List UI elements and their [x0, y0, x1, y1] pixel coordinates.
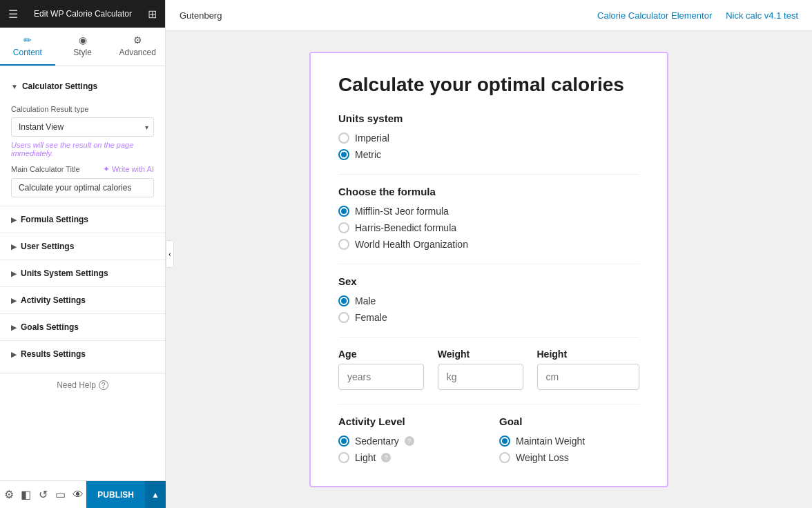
radio-imperial-label: Imperial [355, 133, 389, 144]
radio-mifflin[interactable]: Mifflin-St Jeor formula [338, 206, 639, 217]
goal-col: Goal Maintain Weight Weight Loss [499, 416, 639, 477]
tab-content[interactable]: ✏ Content [0, 28, 55, 66]
goals-settings-header[interactable]: ▶ Goals Settings [0, 314, 165, 340]
weight-label: Weight [438, 349, 523, 360]
calculator-title-input[interactable] [11, 178, 154, 197]
user-settings-label: User Settings [21, 242, 74, 251]
radio-weight-loss-label: Weight Loss [516, 452, 569, 463]
sex-section-title: Sex [338, 275, 639, 287]
radio-metric-label: Metric [355, 149, 381, 160]
formula-section-title: Choose the formula [338, 186, 639, 197]
units-radio-group: Imperial Metric [338, 133, 639, 160]
height-field-group: Height [537, 349, 640, 390]
publish-button[interactable]: PUBLISH [86, 481, 145, 509]
fields-row: Age Weight Height [338, 349, 639, 390]
publish-dropdown-button[interactable]: ▲ [145, 481, 166, 509]
topbar: Gutenberg Calorie Calculator Elementor N… [166, 0, 812, 31]
formula-settings-header[interactable]: ▶ Formula Settings [0, 206, 165, 233]
hamburger-icon[interactable]: ☰ [8, 8, 18, 21]
radio-who-circle [338, 239, 349, 250]
activity-goal-row: Activity Level Sedentary ? Light ? [338, 416, 639, 477]
user-settings-section: ▶ User Settings [0, 233, 165, 260]
radio-light-label: Light [355, 452, 376, 463]
calorie-calculator-link[interactable]: Calorie Calculator Elementor [597, 10, 712, 21]
gear-icon: ⚙ [133, 35, 142, 46]
bottom-toolbar: ⚙ ◧ ↺ ▭ 👁 PUBLISH ▲ [0, 480, 166, 508]
nick-calc-link[interactable]: Nick calc v4.1 test [726, 10, 798, 21]
radio-male[interactable]: Male [338, 295, 639, 306]
radio-mifflin-circle [338, 206, 349, 217]
radio-harris-circle [338, 222, 349, 233]
preview-icon[interactable]: 👁 [69, 481, 86, 509]
goal-section-title: Goal [499, 416, 639, 427]
calculator-settings-header[interactable]: ▼ Calculator Settings [0, 75, 165, 98]
radio-sedentary[interactable]: Sedentary ? [338, 436, 478, 447]
formula-settings-label: Formula Settings [21, 215, 88, 224]
arrow-down-icon: ▼ [11, 83, 18, 90]
height-input[interactable] [537, 364, 640, 390]
main-content: Gutenberg Calorie Calculator Elementor N… [166, 0, 812, 508]
result-type-label: Calculation Result type [11, 105, 154, 113]
breadcrumb: Gutenberg [180, 10, 222, 21]
weight-input[interactable] [438, 364, 523, 390]
settings-icon[interactable]: ⚙ [0, 481, 17, 509]
age-field-group: Age [338, 349, 424, 390]
tab-style[interactable]: ◉ Style [55, 28, 110, 66]
chevron-left-icon: ‹ [168, 251, 171, 258]
chevron-up-icon: ▲ [151, 490, 160, 500]
history-icon[interactable]: ↺ [35, 481, 52, 509]
radio-who-label: World Health Organization [355, 239, 468, 250]
activity-settings-header[interactable]: ▶ Activity Settings [0, 287, 165, 313]
goal-radio-group: Maintain Weight Weight Loss [499, 436, 639, 463]
light-help-icon[interactable]: ? [381, 453, 391, 462]
arrow-right-icon: ▶ [11, 297, 17, 304]
calculator-settings-label: Calculator Settings [22, 81, 97, 91]
main-title-row: Main Calculator Title ✦ Write with AI [11, 164, 154, 174]
radio-light[interactable]: Light ? [338, 452, 478, 463]
radio-harris-label: Harris-Benedict formula [355, 222, 456, 233]
topbar-links: Calorie Calculator Elementor Nick calc v… [597, 10, 798, 21]
radio-female[interactable]: Female [338, 312, 639, 323]
sidebar-header: ☰ Edit WP Calorie Calculator ⊞ [0, 0, 165, 28]
results-settings-header[interactable]: ▶ Results Settings [0, 341, 165, 367]
arrow-right-icon: ▶ [11, 243, 17, 251]
result-type-select[interactable]: Instant View [11, 117, 154, 137]
layers-icon[interactable]: ◧ [17, 481, 35, 509]
write-ai-button[interactable]: ✦ Write with AI [103, 164, 154, 174]
tab-advanced[interactable]: ⚙ Advanced [110, 28, 165, 66]
need-help-link[interactable]: Need Help ? [0, 373, 165, 397]
radio-who[interactable]: World Health Organization [338, 239, 639, 250]
formula-settings-section: ▶ Formula Settings [0, 206, 165, 233]
responsive-icon[interactable]: ▭ [52, 481, 69, 509]
user-settings-header[interactable]: ▶ User Settings [0, 233, 165, 260]
radio-maintain-label: Maintain Weight [516, 436, 585, 447]
grid-icon[interactable]: ⊞ [148, 8, 157, 21]
radio-sedentary-label: Sedentary [355, 436, 399, 447]
arrow-right-icon: ▶ [11, 216, 17, 224]
units-settings-header[interactable]: ▶ Units System Settings [0, 260, 165, 286]
radio-imperial-circle [338, 133, 349, 144]
helper-text: Users will see the result on the page im… [11, 141, 154, 157]
sidebar-collapse-button[interactable]: ‹ [166, 240, 174, 268]
divider-2 [338, 264, 639, 264]
age-input[interactable] [338, 364, 424, 390]
radio-harris[interactable]: Harris-Benedict formula [338, 222, 639, 233]
result-type-dropdown-wrapper: Instant View ▾ [11, 117, 154, 137]
radio-weight-loss[interactable]: Weight Loss [499, 452, 639, 463]
radio-metric[interactable]: Metric [338, 149, 639, 160]
radio-maintain-weight[interactable]: Maintain Weight [499, 436, 639, 447]
radio-female-circle [338, 312, 349, 323]
results-settings-label: Results Settings [21, 349, 86, 359]
arrow-right-icon: ▶ [11, 351, 17, 358]
sex-radio-group: Male Female [338, 295, 639, 323]
sedentary-help-icon[interactable]: ? [405, 436, 414, 446]
goals-settings-label: Goals Settings [21, 322, 79, 332]
radio-weight-loss-circle [499, 452, 510, 463]
divider-1 [338, 174, 639, 175]
radio-male-label: Male [355, 295, 376, 306]
units-settings-label: Units System Settings [21, 268, 108, 278]
calculator-widget: Calculate your optimal calories Units sy… [309, 52, 668, 487]
activity-radio-group: Sedentary ? Light ? [338, 436, 478, 463]
radio-imperial[interactable]: Imperial [338, 133, 639, 144]
radio-female-label: Female [355, 312, 387, 323]
